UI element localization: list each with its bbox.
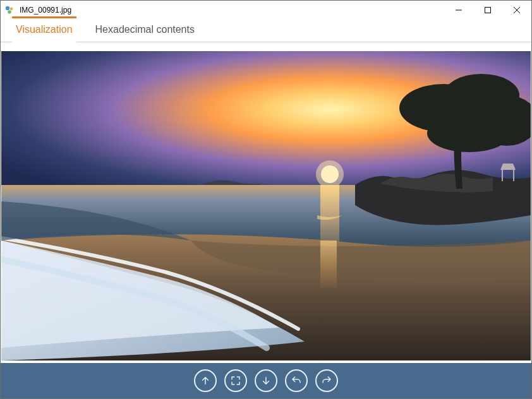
viewer-toolbar	[1, 363, 531, 398]
expand-icon	[230, 375, 241, 386]
undo-icon	[291, 375, 302, 386]
tab-bar: Visualization Hexadecimal contents	[1, 20, 531, 42]
redo-icon	[321, 375, 332, 386]
window-controls	[444, 1, 531, 20]
redo-button[interactable]	[315, 369, 338, 392]
svg-point-0	[6, 6, 9, 10]
image-viewer	[1, 42, 531, 363]
svg-rect-15	[320, 241, 337, 291]
svg-rect-13	[502, 170, 503, 181]
tab-label: Hexadecimal contents	[95, 24, 195, 35]
undo-button[interactable]	[285, 369, 308, 392]
arrow-up-button[interactable]	[194, 369, 217, 392]
close-button[interactable]	[502, 1, 531, 20]
tab-visualization[interactable]: Visualization	[12, 20, 76, 42]
titlebar: IMG_00991.jpg	[1, 1, 531, 20]
svg-rect-14	[513, 170, 514, 181]
svg-point-1	[10, 8, 13, 11]
window-title: IMG_00991.jpg	[18, 6, 444, 15]
maximize-button[interactable]	[473, 1, 502, 20]
tab-label: Visualization	[16, 24, 73, 35]
minimize-button[interactable]	[444, 1, 473, 20]
svg-point-6	[316, 160, 344, 188]
tab-hexadecimal[interactable]: Hexadecimal contents	[92, 20, 198, 42]
app-icon	[1, 5, 18, 15]
svg-rect-3	[485, 8, 491, 13]
fit-screen-button[interactable]	[224, 369, 247, 392]
arrow-up-icon	[200, 375, 211, 386]
svg-point-12	[427, 114, 511, 152]
image-content[interactable]	[1, 51, 531, 360]
app-window: IMG_00991.jpg Visualization Hexadecimal …	[0, 0, 532, 399]
svg-point-2	[8, 10, 11, 14]
arrow-down-button[interactable]	[255, 369, 277, 392]
arrow-down-icon	[260, 375, 272, 386]
